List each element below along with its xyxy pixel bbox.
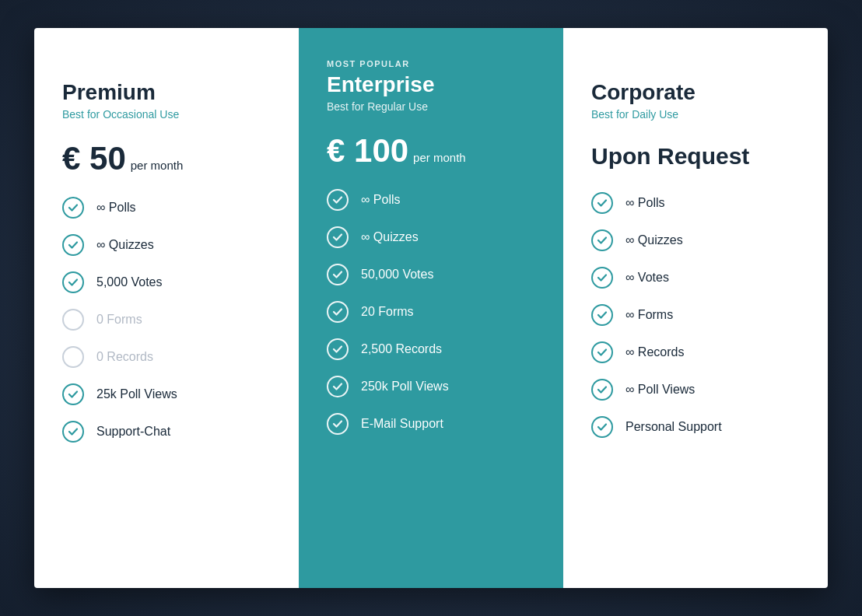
check-icon xyxy=(327,301,349,323)
plan-price: Upon Request xyxy=(591,142,800,170)
feature-label: 50,000 Votes xyxy=(361,268,433,282)
feature-label: 0 Forms xyxy=(96,313,142,327)
feature-label: ∞ Forms xyxy=(625,308,673,322)
feature-label: ∞ Poll Views xyxy=(625,383,695,397)
check-icon xyxy=(327,338,349,360)
feature-label: Personal Support xyxy=(625,420,722,434)
feature-item: Support-Chat xyxy=(62,421,271,443)
feature-item: ∞ Polls xyxy=(327,189,535,211)
check-icon xyxy=(327,376,349,397)
feature-label: 20 Forms xyxy=(361,305,414,319)
plan-subtitle: Best for Occasional Use xyxy=(62,108,271,121)
check-icon xyxy=(327,264,349,285)
feature-item: ∞ Polls xyxy=(591,192,800,214)
feature-label: ∞ Polls xyxy=(361,193,401,207)
check-icon xyxy=(591,267,613,289)
feature-item: Personal Support xyxy=(591,416,800,438)
feature-label: 25k Poll Views xyxy=(96,387,177,401)
check-icon xyxy=(591,379,613,401)
plan-price: € 100per month xyxy=(327,135,535,167)
price-period: per month xyxy=(131,159,184,172)
feature-label: ∞ Votes xyxy=(625,271,669,285)
plan-price: € 50per month xyxy=(62,142,271,175)
feature-item: 20 Forms xyxy=(327,301,535,323)
check-icon xyxy=(327,189,349,211)
price-period: per month xyxy=(413,151,466,164)
feature-label: ∞ Records xyxy=(625,345,684,359)
most-popular-placeholder xyxy=(62,59,271,76)
plan-name: Corporate xyxy=(591,81,800,105)
pricing-container: PremiumBest for Occasional Use€ 50per mo… xyxy=(34,28,828,588)
plan-premium: PremiumBest for Occasional Use€ 50per mo… xyxy=(34,28,299,588)
feature-label: Support-Chat xyxy=(96,425,170,439)
feature-item: E-Mail Support xyxy=(327,413,535,435)
feature-label: ∞ Quizzes xyxy=(361,230,419,244)
check-icon xyxy=(327,413,349,435)
feature-label: ∞ Polls xyxy=(625,196,665,210)
plan-subtitle: Best for Regular Use xyxy=(327,100,535,113)
feature-label: ∞ Quizzes xyxy=(96,238,154,252)
feature-label: ∞ Quizzes xyxy=(625,233,683,247)
check-icon xyxy=(591,192,613,214)
feature-item: ∞ Polls xyxy=(62,197,271,219)
check-icon xyxy=(62,234,84,256)
check-icon xyxy=(591,229,613,251)
check-icon xyxy=(62,197,84,219)
check-icon xyxy=(591,304,613,326)
check-icon xyxy=(591,341,613,363)
features-list: ∞ Polls ∞ Quizzes 50,000 Votes 20 Forms … xyxy=(327,189,535,435)
feature-item: 50,000 Votes xyxy=(327,264,535,285)
empty-circle-icon xyxy=(62,309,84,331)
feature-label: 2,500 Records xyxy=(361,342,442,356)
plan-subtitle: Best for Daily Use xyxy=(591,108,800,121)
price-amount: € 50 xyxy=(62,142,126,175)
check-icon xyxy=(62,271,84,293)
feature-item: 0 Forms xyxy=(62,309,271,331)
most-popular-placeholder xyxy=(591,59,800,76)
feature-item: ∞ Records xyxy=(591,341,800,363)
plan-name: Premium xyxy=(62,81,271,105)
feature-item: ∞ Quizzes xyxy=(327,226,535,248)
feature-item: ∞ Quizzes xyxy=(591,229,800,251)
plan-name: Enterprise xyxy=(327,73,535,97)
feature-item: ∞ Poll Views xyxy=(591,379,800,401)
feature-item: 2,500 Records xyxy=(327,338,535,360)
feature-item: ∞ Votes xyxy=(591,267,800,289)
feature-label: E-Mail Support xyxy=(361,417,443,431)
features-list: ∞ Polls ∞ Quizzes 5,000 Votes0 Forms0 Re… xyxy=(62,197,271,443)
feature-label: ∞ Polls xyxy=(96,201,136,215)
price-amount: € 100 xyxy=(327,135,408,167)
feature-label: 250k Poll Views xyxy=(361,380,449,394)
empty-circle-icon xyxy=(62,346,84,368)
plan-enterprise: MOST POPULAREnterpriseBest for Regular U… xyxy=(299,28,563,588)
feature-item: 250k Poll Views xyxy=(327,376,535,397)
feature-item: 0 Records xyxy=(62,346,271,368)
feature-item: ∞ Quizzes xyxy=(62,234,271,256)
features-list: ∞ Polls ∞ Quizzes ∞ Votes ∞ Forms ∞ Reco… xyxy=(591,192,800,438)
check-icon xyxy=(62,383,84,405)
most-popular-badge: MOST POPULAR xyxy=(327,59,535,68)
plan-corporate: CorporateBest for Daily UseUpon Request … xyxy=(563,28,828,588)
feature-item: 5,000 Votes xyxy=(62,271,271,293)
check-icon xyxy=(62,421,84,443)
check-icon xyxy=(327,226,349,248)
check-icon xyxy=(591,416,613,438)
feature-item: ∞ Forms xyxy=(591,304,800,326)
feature-label: 0 Records xyxy=(96,350,153,364)
feature-item: 25k Poll Views xyxy=(62,383,271,405)
feature-label: 5,000 Votes xyxy=(96,275,163,289)
